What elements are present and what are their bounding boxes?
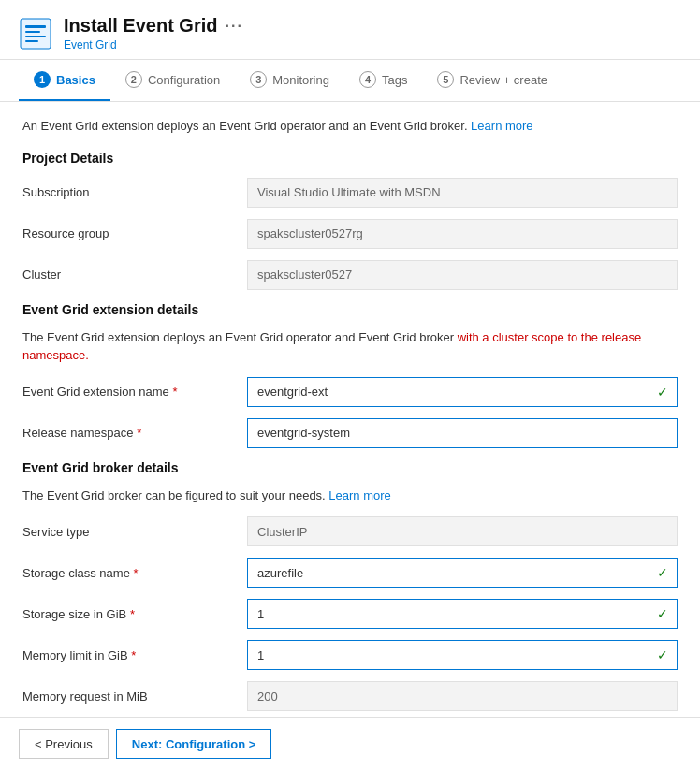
tab-tags[interactable]: 4 Tags [344, 60, 422, 101]
storage-size-input-wrap: ✓ [247, 599, 678, 629]
svg-rect-4 [25, 40, 38, 42]
service-type-value: ClusterIP [247, 516, 678, 546]
memory-limit-star: * [131, 648, 136, 662]
tab-label-review: Review + create [459, 73, 547, 87]
memory-request-input: 200 [247, 681, 678, 711]
memory-request-label: Memory request in MiB [22, 690, 247, 704]
tab-configuration[interactable]: 2 Configuration [110, 60, 235, 101]
storage-size-value: ✓ [247, 599, 678, 629]
main-content: An Event Grid extension deploys an Event… [0, 102, 700, 736]
release-namespace-value [247, 418, 678, 448]
storage-size-input[interactable] [247, 599, 678, 629]
tab-number-tags: 4 [359, 71, 376, 88]
tab-monitoring[interactable]: 3 Monitoring [235, 60, 344, 101]
storage-size-label: Storage size in GiB * [22, 607, 247, 621]
memory-limit-row: Memory limit in GiB * ✓ [22, 639, 678, 671]
tab-basics[interactable]: 1 Basics [19, 60, 110, 101]
tab-label-basics: Basics [56, 73, 95, 87]
service-type-label: Service type [22, 525, 247, 539]
memory-limit-input[interactable] [247, 640, 678, 670]
extension-name-check-icon: ✓ [657, 385, 668, 400]
extension-details-title: Event Grid extension details [22, 302, 678, 317]
memory-request-value: 200 [247, 681, 678, 711]
broker-learn-more-link[interactable]: Learn more [328, 488, 390, 502]
broker-details-title: Event Grid broker details [22, 460, 678, 475]
next-button[interactable]: Next: Configuration > [116, 729, 272, 759]
svg-rect-0 [21, 19, 51, 49]
tab-label-monitoring: Monitoring [272, 73, 329, 87]
memory-limit-value: ✓ [247, 640, 678, 670]
cluster-row: Cluster spakscluster0527 [22, 259, 678, 291]
cluster-label: Cluster [22, 268, 247, 282]
release-namespace-star: * [137, 426, 141, 440]
tab-number-review: 5 [437, 71, 454, 88]
release-namespace-input[interactable] [247, 418, 678, 448]
tab-number-monitoring: 3 [250, 71, 267, 88]
page-title: Install Event Grid ··· [64, 15, 243, 36]
page-subtitle: Event Grid [64, 38, 243, 51]
extension-name-label: Event Grid extension name * [22, 385, 247, 399]
storage-class-input[interactable] [247, 558, 678, 588]
memory-limit-input-wrap: ✓ [247, 640, 678, 670]
storage-class-check-icon: ✓ [657, 565, 668, 580]
tab-review[interactable]: 5 Review + create [422, 60, 562, 101]
tab-number-configuration: 2 [125, 71, 142, 88]
subscription-row: Subscription Visual Studio Ultimate with… [22, 177, 678, 209]
release-namespace-label: Release namespace * [22, 426, 247, 440]
previous-button[interactable]: < Previous [19, 729, 109, 759]
subscription-label: Subscription [22, 185, 247, 199]
storage-class-input-wrap: ✓ [247, 558, 678, 588]
footer-nav: < Previous Next: Configuration > [0, 717, 700, 770]
release-namespace-input-wrap [247, 418, 678, 448]
resource-group-label: Resource group [22, 226, 247, 240]
cluster-input: spakscluster0527 [247, 260, 678, 290]
memory-limit-label: Memory limit in GiB * [22, 648, 247, 662]
subscription-value: Visual Studio Ultimate with MSDN [247, 178, 678, 208]
release-namespace-row: Release namespace * [22, 417, 678, 449]
svg-rect-3 [25, 36, 46, 37]
tab-number-basics: 1 [34, 71, 51, 88]
extension-description: The Event Grid extension deploys an Even… [22, 328, 678, 365]
tab-label-configuration: Configuration [148, 73, 220, 87]
storage-size-row: Storage size in GiB * ✓ [22, 598, 678, 630]
broker-description: The Event Grid broker can be figured to … [22, 487, 678, 505]
intro-text: An Event Grid extension deploys an Event… [22, 117, 678, 136]
extension-name-row: Event Grid extension name * ✓ [22, 376, 678, 408]
project-details-title: Project Details [22, 151, 678, 166]
memory-request-row: Memory request in MiB 200 [22, 680, 678, 712]
service-type-row: Service type ClusterIP [22, 516, 678, 547]
header-text-group: Install Event Grid ··· Event Grid [64, 15, 243, 51]
ellipsis-menu[interactable]: ··· [225, 18, 242, 35]
subscription-input: Visual Studio Ultimate with MSDN [247, 178, 678, 208]
storage-size-star: * [130, 607, 135, 621]
cluster-value: spakscluster0527 [247, 260, 678, 290]
resource-group-value: spakscluster0527rg [247, 219, 678, 249]
page-header: Install Event Grid ··· Event Grid [0, 0, 700, 60]
storage-class-label: Storage class name * [22, 566, 247, 580]
storage-class-row: Storage class name * ✓ [22, 557, 678, 588]
extension-desc-red: with a cluster scope to the release name… [22, 330, 641, 363]
app-icon [19, 17, 52, 51]
storage-class-value: ✓ [247, 558, 678, 588]
resource-group-row: Resource group spakscluster0527rg [22, 218, 678, 250]
extension-name-input-wrap: ✓ [247, 377, 678, 407]
svg-rect-1 [25, 25, 46, 28]
storage-class-star: * [134, 566, 139, 580]
intro-learn-more-link[interactable]: Learn more [471, 119, 532, 133]
extension-name-star: * [172, 385, 177, 399]
svg-rect-2 [25, 31, 40, 33]
tab-bar: 1 Basics 2 Configuration 3 Monitoring 4 … [0, 60, 700, 102]
extension-name-value: ✓ [247, 377, 678, 407]
extension-name-input[interactable] [247, 377, 678, 407]
service-type-input: ClusterIP [247, 516, 678, 546]
storage-size-check-icon: ✓ [657, 606, 668, 621]
tab-label-tags: Tags [382, 73, 407, 87]
resource-group-input: spakscluster0527rg [247, 219, 678, 249]
memory-limit-check-icon: ✓ [657, 647, 668, 662]
